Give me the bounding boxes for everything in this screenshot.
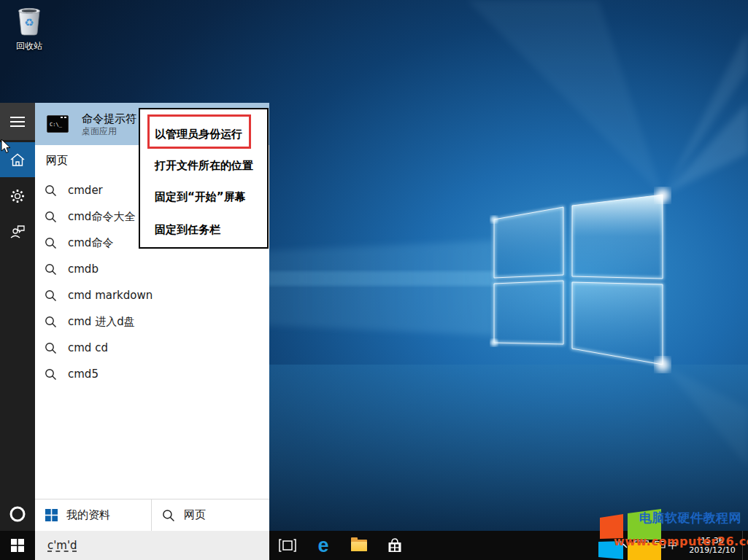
touch-keyboard-icon: [634, 540, 649, 551]
taskbar: c'm'd e: [0, 531, 748, 560]
menu-item-open-file-location[interactable]: 打开文件所在的位置: [155, 158, 253, 173]
store-icon: [386, 537, 404, 554]
search-suggestion[interactable]: cmdb: [35, 256, 269, 282]
windows-start-icon: [11, 539, 24, 552]
svg-text:♻: ♻: [24, 16, 34, 29]
tray-time: 15:36: [685, 536, 740, 545]
top-result-title: 命令提示符: [82, 112, 136, 126]
edge-browser-button[interactable]: e: [312, 531, 334, 560]
tray-date: 2019/12/10: [685, 545, 740, 555]
top-result-subtitle: 桌面应用: [82, 126, 136, 137]
search-icon: [45, 237, 57, 249]
search-icon: [45, 316, 57, 328]
settings-button[interactable]: [0, 180, 35, 212]
web-section-header: 网页: [46, 154, 68, 168]
search-suggestion[interactable]: cmd markdown: [35, 282, 269, 308]
file-explorer-button[interactable]: [348, 531, 370, 560]
search-icon: [45, 263, 57, 276]
touch-keyboard-button[interactable]: [632, 531, 651, 560]
search-input-text: c'm'd: [47, 539, 77, 552]
cortana-button[interactable]: [0, 501, 35, 527]
search-icon: [45, 342, 57, 354]
chevron-up-icon: [620, 543, 628, 548]
search-suggestion[interactable]: cmd 进入d盘: [35, 308, 269, 335]
search-suggestion[interactable]: cmd5: [35, 361, 269, 387]
action-center-button[interactable]: [652, 531, 668, 560]
task-view-icon: [279, 538, 296, 553]
gear-icon: [9, 188, 26, 204]
tray-show-hidden-icons-button[interactable]: [617, 531, 630, 560]
tray-clock[interactable]: 15:36 2019/12/10: [685, 531, 740, 560]
hamburger-menu-button[interactable]: [0, 103, 35, 140]
feedback-icon: [9, 223, 26, 239]
recycle-bin-icon: ♻: [13, 6, 45, 36]
recycle-bin-shortcut[interactable]: ♻ 回收站: [10, 6, 48, 52]
cortana-circle-icon: [9, 505, 26, 523]
search-footer: 我的资料 网页: [35, 499, 269, 531]
store-button[interactable]: [384, 531, 406, 560]
search-icon: [45, 368, 57, 381]
taskbar-search-box[interactable]: c'm'd: [35, 531, 269, 560]
search-icon: [162, 509, 175, 522]
recycle-bin-label: 回收站: [10, 40, 48, 52]
menu-item-pin-to-start[interactable]: 固定到“开始”屏幕: [155, 190, 246, 204]
action-center-icon: [655, 540, 666, 551]
file-explorer-icon: [351, 540, 367, 551]
task-view-button[interactable]: [277, 531, 298, 560]
screen: ♻ 回收站: [0, 0, 748, 560]
home-icon: [9, 152, 26, 167]
search-icon: [45, 211, 57, 223]
ime-language-indicator[interactable]: 中: [668, 531, 677, 560]
web-search-button[interactable]: 网页: [152, 499, 269, 531]
hamburger-icon: [10, 117, 25, 127]
start-rail: [0, 103, 35, 531]
home-button[interactable]: [0, 142, 35, 177]
feedback-button[interactable]: [0, 215, 35, 247]
my-stuff-button[interactable]: 我的资料: [35, 499, 152, 531]
menu-item-pin-to-taskbar[interactable]: 固定到任务栏: [155, 222, 220, 237]
search-suggestion[interactable]: cmd cd: [35, 335, 269, 361]
context-menu: 以管理员身份运行 打开文件所在的位置 固定到“开始”屏幕 固定到任务栏: [139, 108, 269, 249]
command-prompt-icon: C:\_: [47, 115, 69, 133]
edge-icon: e: [317, 531, 328, 560]
start-button[interactable]: [0, 531, 35, 560]
search-icon: [45, 289, 57, 302]
menu-item-run-as-administrator[interactable]: 以管理员身份运行: [155, 127, 242, 141]
show-desktop-button[interactable]: [742, 531, 743, 560]
search-icon: [45, 184, 57, 197]
windows-flag-icon: [45, 509, 58, 521]
